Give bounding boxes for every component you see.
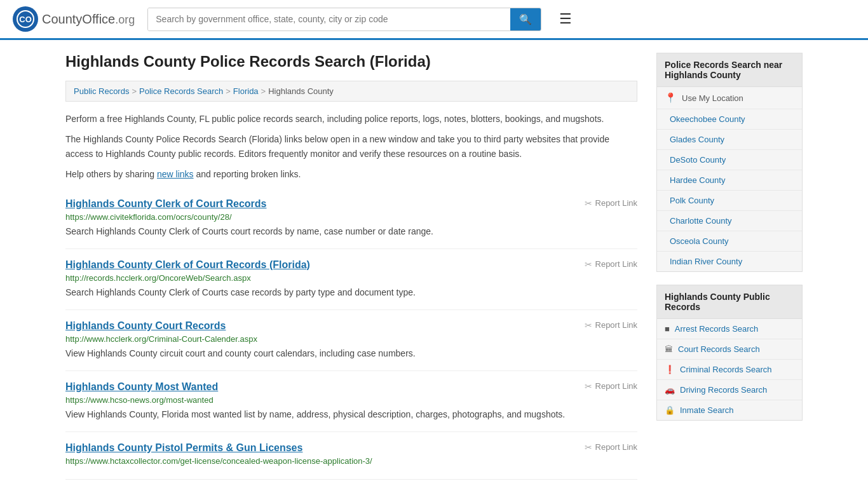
page-body: Highlands County Police Records Search (… [53, 40, 815, 488]
nearby-item-6: Charlotte County [657, 211, 802, 231]
public-records-header: Highlands County Public Records [657, 285, 802, 319]
search-icon: 🔍 [519, 14, 532, 25]
nearby-section: Police Records Search near Highlands Cou… [656, 53, 803, 272]
report-link-3[interactable]: ✂ Report Link [585, 381, 637, 391]
nearby-link-6[interactable]: Charlotte County [657, 211, 802, 231]
result-header-3: Highlands County Most Wanted ✂ Report Li… [65, 381, 637, 395]
report-icon-4: ✂ [585, 442, 592, 452]
result-title-4[interactable]: Highlands County Pistol Permits & Gun Li… [65, 442, 302, 454]
breadcrumb: Public Records > Police Records Search >… [65, 81, 637, 102]
description-3: Help others by sharing new links and rep… [65, 167, 637, 181]
report-link-1[interactable]: ✂ Report Link [585, 259, 637, 269]
nearby-link-8[interactable]: Indian River County [657, 252, 802, 271]
search-input[interactable] [148, 8, 510, 30]
nearby-link-4[interactable]: Hardee County [657, 170, 802, 190]
pr-item-2: ❗ Criminal Records Search [657, 360, 802, 380]
breadcrumb-sep-2: > [226, 86, 231, 96]
result-header-1: Highlands County Clerk of Court Records … [65, 259, 637, 273]
report-link-4[interactable]: ✂ Report Link [585, 442, 637, 452]
nearby-item-3: DeSoto County [657, 150, 802, 170]
public-records-list: ■ Arrest Records Search 🏛 Court Records … [657, 319, 802, 420]
pr-item-1: 🏛 Court Records Search [657, 339, 802, 360]
menu-icon[interactable]: ☰ [559, 11, 572, 27]
pr-item-4: 🔒 Inmate Search [657, 400, 802, 420]
result-url-3[interactable]: https://www.hcso-news.org/most-wanted [65, 395, 637, 405]
result-title-2[interactable]: Highlands County Court Records [65, 320, 226, 332]
main-content: Highlands County Police Records Search (… [65, 53, 637, 480]
nearby-icon-0: 📍 [665, 92, 677, 104]
result-header-4: Highlands County Pistol Permits & Gun Li… [65, 442, 637, 456]
breadcrumb-sep-1: > [132, 86, 137, 96]
pr-icon-2: ❗ [665, 365, 675, 374]
new-links-link[interactable]: new links [157, 169, 194, 179]
nearby-item-8: Indian River County [657, 252, 802, 271]
nearby-link-7[interactable]: Osceola County [657, 231, 802, 251]
sidebar: Police Records Search near Highlands Cou… [656, 53, 803, 480]
breadcrumb-public-records[interactable]: Public Records [74, 86, 129, 96]
nearby-item-0: 📍 Use My Location [657, 87, 802, 109]
result-url-4[interactable]: https://www.hctaxcollector.com/get-licen… [65, 456, 637, 466]
result-title-3[interactable]: Highlands County Most Wanted [65, 381, 218, 393]
result-title-1[interactable]: Highlands County Clerk of Court Records … [65, 259, 310, 271]
nearby-link-5[interactable]: Polk County [657, 191, 802, 210]
breadcrumb-sep-3: > [261, 86, 266, 96]
public-records-section: Highlands County Public Records ■ Arrest… [656, 285, 803, 421]
logo-icon: CO [13, 6, 38, 32]
result-item: Highlands County Pistol Permits & Gun Li… [65, 432, 637, 480]
nearby-item-5: Polk County [657, 191, 802, 211]
pr-icon-1: 🏛 [665, 344, 673, 354]
breadcrumb-police-records[interactable]: Police Records Search [139, 86, 223, 96]
nearby-link-0[interactable]: 📍 Use My Location [657, 87, 802, 109]
result-header-0: Highlands County Clerk of Court Records … [65, 198, 637, 212]
result-item: Highlands County Court Records ✂ Report … [65, 310, 637, 371]
result-item: Highlands County Clerk of Court Records … [65, 249, 637, 310]
pr-link-0[interactable]: ■ Arrest Records Search [657, 319, 802, 339]
breadcrumb-florida[interactable]: Florida [233, 86, 259, 96]
pr-link-2[interactable]: ❗ Criminal Records Search [657, 360, 802, 379]
page-title: Highlands County Police Records Search (… [65, 53, 637, 71]
nearby-item-1: Okeechobee County [657, 109, 802, 130]
report-link-0[interactable]: ✂ Report Link [585, 198, 637, 208]
results-list: Highlands County Clerk of Court Records … [65, 188, 637, 480]
pr-icon-0: ■ [665, 324, 670, 334]
result-desc-3: View Highlands County, Florida most want… [65, 408, 637, 421]
pr-link-3[interactable]: 🚗 Driving Records Search [657, 380, 802, 400]
breadcrumb-highlands: Highlands County [268, 86, 334, 96]
nearby-item-4: Hardee County [657, 170, 802, 191]
report-icon-3: ✂ [585, 381, 592, 391]
result-desc-0: Search Highlands County Clerk of Courts … [65, 225, 637, 238]
description-1: Perform a free Highlands County, FL publ… [65, 112, 637, 126]
nearby-link-1[interactable]: Okeechobee County [657, 109, 802, 129]
report-link-2[interactable]: ✂ Report Link [585, 320, 637, 330]
logo-text: CountyOffice.org [42, 12, 135, 27]
report-icon-0: ✂ [585, 198, 592, 208]
result-item: Highlands County Most Wanted ✂ Report Li… [65, 371, 637, 432]
logo-link[interactable]: CO CountyOffice.org [13, 6, 135, 32]
result-desc-2: View Highlands County circuit court and … [65, 347, 637, 360]
result-url-0[interactable]: https://www.civitekflorida.com/ocrs/coun… [65, 212, 637, 222]
search-button[interactable]: 🔍 [510, 8, 541, 30]
result-desc-1: Search Highlands County Clerk of Courts … [65, 286, 637, 299]
pr-link-4[interactable]: 🔒 Inmate Search [657, 400, 802, 420]
result-url-1[interactable]: http://records.hcclerk.org/OncoreWeb/Sea… [65, 273, 637, 283]
result-header-2: Highlands County Court Records ✂ Report … [65, 320, 637, 334]
nearby-header: Police Records Search near Highlands Cou… [657, 53, 802, 87]
pr-item-3: 🚗 Driving Records Search [657, 380, 802, 400]
result-title-0[interactable]: Highlands County Clerk of Court Records [65, 198, 266, 210]
nearby-link-3[interactable]: DeSoto County [657, 150, 802, 170]
description-2: The Highlands County Police Records Sear… [65, 132, 637, 161]
pr-icon-3: 🚗 [665, 385, 675, 395]
nearby-list: 📍 Use My Location Okeechobee County Glad… [657, 87, 802, 271]
search-bar: 🔍 [147, 8, 541, 31]
report-icon-2: ✂ [585, 320, 592, 330]
svg-text:CO: CO [19, 15, 32, 24]
result-url-2[interactable]: http://www.hcclerk.org/Criminal-Court-Ca… [65, 334, 637, 344]
pr-link-1[interactable]: 🏛 Court Records Search [657, 339, 802, 359]
result-item: Highlands County Clerk of Court Records … [65, 188, 637, 249]
pr-item-0: ■ Arrest Records Search [657, 319, 802, 339]
nearby-link-2[interactable]: Glades County [657, 130, 802, 149]
site-header: CO CountyOffice.org 🔍 ☰ [0, 0, 868, 40]
nearby-item-2: Glades County [657, 130, 802, 150]
nearby-item-7: Osceola County [657, 231, 802, 252]
pr-icon-4: 🔒 [665, 405, 675, 415]
